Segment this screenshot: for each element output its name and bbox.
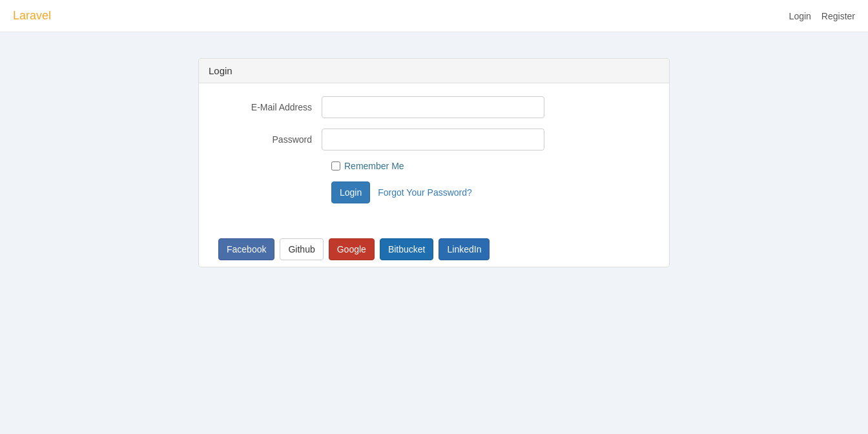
email-input[interactable] [322, 96, 544, 118]
navbar-links: Login Register [789, 11, 855, 21]
social-buttons-row: Facebook Github Google Bitbucket LinkedI… [199, 238, 669, 267]
github-button[interactable]: Github [280, 238, 323, 260]
login-card: Login E-Mail Address Password Remember M… [198, 58, 670, 267]
card-header: Login [199, 59, 669, 83]
login-button[interactable]: Login [331, 181, 370, 203]
email-group: E-Mail Address [218, 96, 650, 118]
password-input[interactable] [322, 129, 544, 150]
facebook-button[interactable]: Facebook [218, 238, 274, 260]
email-label: E-Mail Address [218, 102, 322, 112]
remember-checkbox[interactable] [331, 161, 340, 170]
nav-register-link[interactable]: Register [822, 11, 855, 21]
action-row: Login Forgot Your Password? [331, 181, 650, 203]
remember-label: Remember Me [344, 161, 404, 171]
linkedin-button[interactable]: LinkedIn [439, 238, 490, 260]
forgot-password-link[interactable]: Forgot Your Password? [378, 187, 472, 198]
navbar-brand[interactable]: Laravel [13, 9, 51, 23]
password-group: Password [218, 129, 650, 150]
remember-row: Remember Me [331, 161, 650, 171]
google-button[interactable]: Google [329, 238, 375, 260]
card-body: E-Mail Address Password Remember Me Logi… [199, 83, 669, 238]
nav-login-link[interactable]: Login [789, 11, 811, 21]
navbar: Laravel Login Register [0, 0, 868, 32]
main-content: Login E-Mail Address Password Remember M… [0, 32, 868, 267]
password-label: Password [218, 134, 322, 145]
bitbucket-button[interactable]: Bitbucket [380, 238, 434, 260]
card-title: Login [209, 65, 232, 76]
